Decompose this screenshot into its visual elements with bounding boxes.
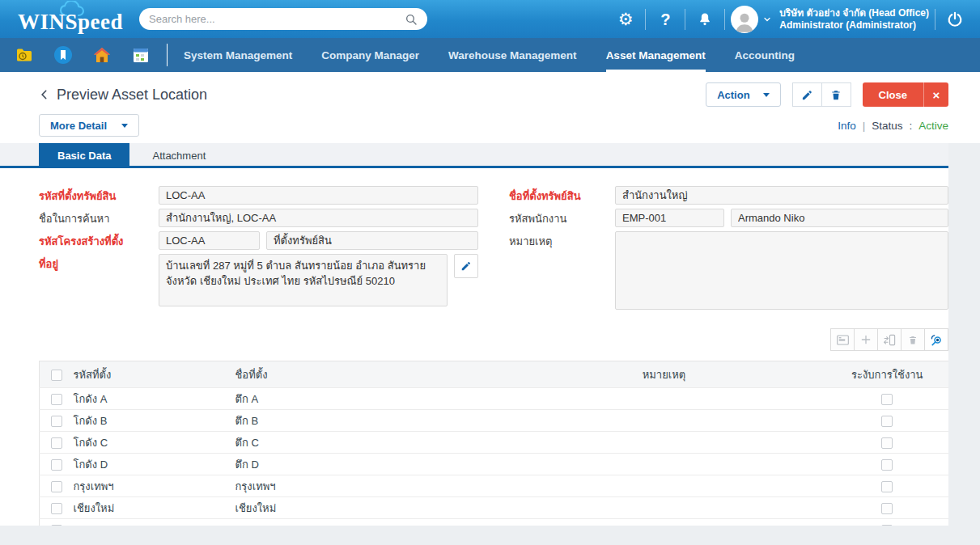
nav-item-asset-management[interactable]: Asset Management [606, 38, 706, 72]
cell-note [503, 519, 826, 526]
bookmark-icon[interactable] [53, 45, 73, 65]
main-navbar: System Management Company Manager Wareho… [0, 38, 980, 72]
nav-item-company-manager[interactable]: Company Manager [321, 38, 419, 72]
row-checkbox[interactable] [51, 416, 62, 427]
divider [685, 9, 685, 30]
address-field[interactable]: บ้านเลขที่ 287 หมู่ที่ 5 ตำบล สันทรายน้อ… [159, 254, 448, 306]
field-label-address: ที่อยู่ [39, 254, 159, 272]
user-role: Administrator (Administrator) [779, 19, 929, 32]
logo-text: WINSpeed [18, 10, 123, 35]
cell-name: กรุงเทพฯ [235, 475, 503, 497]
more-detail-dropdown-button[interactable]: More Detail [39, 114, 139, 137]
transfer-icon[interactable] [877, 328, 902, 351]
search-name-field[interactable] [159, 209, 478, 227]
app-logo[interactable]: WINSpeed [11, 0, 125, 38]
location-structure-code-field[interactable] [159, 231, 260, 250]
disable-checkbox[interactable] [881, 481, 893, 492]
page-title: Preview Asset Location [57, 87, 207, 104]
location-structure-name-field[interactable] [266, 231, 478, 250]
edit-button[interactable] [792, 82, 822, 107]
table-row: กรุงเทพฯ กรุงเทพฯ [40, 475, 949, 497]
tab-strip: Basic Data Attachment [0, 143, 948, 168]
grid-toolbar [39, 328, 948, 351]
disable-checkbox[interactable] [881, 525, 893, 526]
row-checkbox[interactable] [51, 481, 62, 492]
field-label-search-name: ชื่อในการค้นหา [39, 209, 159, 227]
employee-code-field[interactable] [615, 209, 724, 227]
disable-checkbox[interactable] [881, 394, 893, 405]
row-checkbox[interactable] [51, 394, 62, 405]
table-row: โกดัง B ตึก B [40, 410, 949, 432]
user-info: บริษัท ตัวอย่าง จำกัด (Head Office) Admi… [779, 7, 929, 32]
employee-name-field[interactable] [731, 209, 948, 227]
help-icon[interactable]: ? [651, 6, 679, 33]
row-checkbox[interactable] [51, 437, 62, 449]
remark-field[interactable] [615, 231, 948, 310]
cell-code: โกดัง A [74, 388, 235, 410]
location-code-field[interactable] [159, 186, 478, 205]
caret-down-icon [763, 93, 770, 97]
settings-gear-icon[interactable]: ⚙ [612, 6, 639, 33]
cell-code: โกดัง D [74, 454, 235, 475]
select-all-checkbox[interactable] [51, 370, 62, 381]
company-name: บริษัท ตัวอย่าง จำกัด (Head Office) [779, 7, 929, 19]
nav-item-accounting[interactable]: Accounting [735, 38, 795, 72]
divider: | [863, 120, 866, 132]
disable-checkbox[interactable] [881, 503, 893, 514]
cell-name: ตึก C [235, 432, 503, 454]
back-icon[interactable] [39, 89, 50, 100]
find-icon[interactable] [924, 328, 948, 351]
cell-code: โกดัง B [74, 410, 235, 432]
user-menu[interactable]: บริษัท ตัวอย่าง จำกัด (Head Office) Admi… [731, 6, 929, 33]
row-checkbox[interactable] [51, 503, 62, 514]
disable-checkbox[interactable] [881, 437, 893, 449]
tab-basic-data[interactable]: Basic Data [39, 143, 129, 168]
main-content: Basic Data Attachment รหัสที่ตั้งทรัพย์ส… [0, 143, 948, 526]
col-header-code: รหัสที่ตั้ง [74, 361, 235, 388]
edit-address-button[interactable] [454, 254, 478, 278]
recent-folder-icon[interactable] [15, 45, 34, 65]
cell-name: เชียงใหม่ [235, 497, 503, 519]
field-label-location-structure: รหัสโครงสร้างที่ตั้ง [39, 231, 159, 250]
cell-code: โกดัง C [74, 432, 235, 454]
cell-code: เชียงใหม่ [74, 497, 235, 519]
avatar[interactable] [731, 6, 758, 33]
delete-row-icon[interactable] [901, 328, 925, 351]
divider [645, 9, 646, 30]
options-icon[interactable] [830, 328, 855, 351]
location-name-field[interactable] [615, 186, 948, 205]
nav-item-system-management[interactable]: System Management [184, 38, 292, 72]
cell-name: ตึก B [235, 410, 503, 432]
row-checkbox[interactable] [51, 525, 62, 526]
disable-checkbox[interactable] [881, 459, 893, 471]
divider [167, 44, 168, 66]
field-label-remark: หมายเหตุ [509, 231, 615, 250]
home-icon[interactable] [92, 45, 112, 65]
divider [935, 9, 935, 30]
cell-code [74, 519, 235, 526]
global-search[interactable] [139, 8, 427, 30]
divider [724, 9, 725, 30]
notifications-bell-icon[interactable] [691, 6, 719, 33]
cell-code: กรุงเทพฯ [74, 475, 235, 497]
row-checkbox[interactable] [51, 459, 62, 471]
search-icon[interactable] [405, 13, 418, 26]
close-button[interactable]: Close × [863, 82, 948, 107]
status-label: Status [872, 120, 902, 132]
calendar-icon[interactable] [131, 45, 151, 65]
cell-name: ตึก A [235, 388, 503, 410]
search-input[interactable] [149, 13, 405, 25]
add-row-icon[interactable] [854, 328, 878, 351]
action-dropdown-button[interactable]: Action [706, 82, 780, 107]
disable-checkbox[interactable] [881, 416, 893, 427]
asset-location-form: รหัสที่ตั้งทรัพย์สิน ชื่อในการค้นหา รหัส… [39, 186, 948, 314]
info-link[interactable]: Info [838, 120, 856, 132]
nav-item-warehouse-management[interactable]: Warehouse Management [448, 38, 577, 72]
delete-button[interactable] [821, 82, 851, 107]
table-row-partial [40, 519, 949, 526]
close-x-icon[interactable]: × [923, 82, 948, 107]
tab-attachment[interactable]: Attachment [129, 143, 228, 168]
cell-note [503, 497, 826, 519]
field-label-location-name: ชื่อที่ตั้งทรัพย์สิน [509, 186, 615, 205]
logout-power-icon[interactable] [941, 6, 969, 33]
